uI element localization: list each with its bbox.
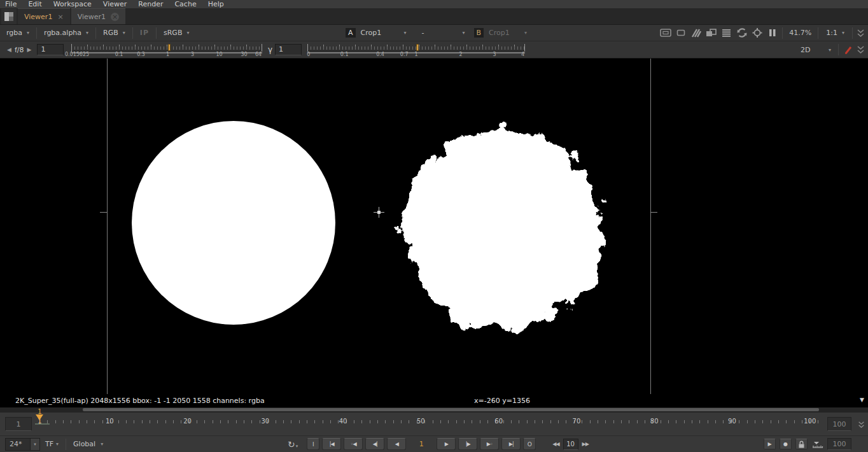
play-forward-button[interactable]: ▶ [437,438,456,450]
pane-menu-button[interactable] [1,9,17,24]
timeline-current-frame-box[interactable]: 1 [5,417,32,431]
prev-keyframe-button[interactable]: ◦◀ [344,438,363,450]
input-process-toggle[interactable]: IP [135,29,154,37]
red-pen-icon [843,45,853,55]
tab-close-icon[interactable]: × [111,13,119,21]
slider-scale-label: 0.1 [115,52,123,57]
clipping-warning-button[interactable] [689,27,703,39]
collapse-toolbar-button[interactable] [855,29,865,38]
playhead-marker-icon[interactable] [36,414,43,420]
roi-icon [706,29,717,37]
view-mode-select[interactable]: 2D ▾ [795,46,836,54]
safe-zones-button[interactable] [658,27,673,39]
wipe-mode-select[interactable]: - ▾ [417,29,470,37]
gain-prev-button[interactable]: ◀ [4,46,15,53]
collapse-toolbar-button[interactable] [855,45,865,54]
next-keyframe-button[interactable]: ▶◦ [480,438,499,450]
b-source-select[interactable]: Crop1 ▾ [484,29,532,37]
flipbook-play-button[interactable]: ▶ [764,439,776,449]
layer-select[interactable]: rgba.alpha ▾ [39,29,94,37]
colorspace-select[interactable]: sRGB ▾ [158,29,194,37]
timeline-ruler[interactable]: 1 10 20 30 40 50 [35,413,821,435]
gain-input[interactable]: 1 [37,44,64,55]
chevron-down-icon: ▾ [101,441,103,447]
frame-tick-label: 60 [494,416,503,425]
viewer-status-bar: 2K_Super_35(full-ap) 2048x1556 bbox: -1 … [0,394,868,407]
double-chevron-down-icon [857,421,865,428]
menubar: File Edit Workspace Viewer Render Cache … [0,0,868,8]
skip-back-button[interactable]: ◀◀ [551,441,560,447]
display-channels-select[interactable]: RGB ▾ [98,29,130,37]
menu-render[interactable]: Render [138,0,163,8]
zoom-level-select[interactable]: 41.7% [785,29,815,37]
timeline-collapse-button[interactable] [857,421,865,430]
set-out-point-button[interactable]: O [523,438,536,450]
chevron-down-icon: ▾ [27,30,29,36]
slider-scale-label: 2 [459,52,463,57]
center-viewer-icon [752,28,762,38]
gain-slider[interactable]: 0.0156250.10.313103064 [71,44,262,57]
timeline-range-end-box[interactable]: 100 [827,417,851,431]
go-to-start-button[interactable]: |◀ [322,438,341,450]
frame-range-lock-button[interactable] [811,439,823,449]
hscrollbar-thumb[interactable] [83,408,819,411]
format-outline-button[interactable] [673,27,688,39]
timeline-mode-select[interactable]: TF ▾ [44,440,60,448]
frame-range-scope-select[interactable]: Global ▾ [72,440,104,448]
gain-next-button[interactable]: ▶ [24,46,35,53]
status-dropdown-icon[interactable]: ▼ [860,397,864,403]
slider-scale-label: 3 [191,52,194,57]
menu-help[interactable]: Help [208,0,224,8]
frame-tick-label: 50 [417,416,425,425]
skip-forward-button[interactable]: ▶▶ [581,441,590,447]
menu-viewer[interactable]: Viewer [103,0,127,8]
menu-cache[interactable]: Cache [174,0,196,8]
transport-bar: 24* ▾ TF ▾ Global ▾ ↻ ▾ I |◀ ◦◀ ◀| ◀ 1 [0,435,868,452]
gain-slider-handle[interactable] [168,44,171,51]
slider-scale-label: 10 [216,52,222,57]
go-to-end-button[interactable]: ▶| [501,438,521,450]
record-button[interactable]: ● [780,439,792,449]
a-source-select[interactable]: Crop1 ▾ [356,29,412,37]
divider [782,27,783,39]
menu-edit[interactable]: Edit [28,0,41,8]
frame-tick-label: 30 [261,416,269,425]
step-back-button[interactable]: ◀| [365,438,384,450]
lock-range-button[interactable] [795,439,808,449]
annotation-pen-button[interactable] [841,43,855,56]
fps-select[interactable]: 24* ▾ [5,438,40,451]
pause-renders-button[interactable] [765,27,780,39]
gamma-input[interactable]: 1 [275,44,302,55]
chevron-down-icon: ▾ [123,30,125,36]
set-in-point-button[interactable]: I [307,438,319,450]
menu-file[interactable]: File [5,0,17,8]
gamma-slider-handle[interactable] [416,44,419,51]
current-frame-display[interactable]: 1 [409,440,434,448]
skip-amount-input[interactable]: 10 [563,439,578,450]
slider-scale-label: 1 [414,52,417,57]
viewer-hscrollbar [0,407,868,413]
slider-scale-label: 1 [166,52,169,57]
roi-button[interactable] [704,27,718,39]
slider-scale-label: 4 [521,52,524,57]
playback-mode-button[interactable]: ↻ ▾ [288,439,298,449]
menu-workspace[interactable]: Workspace [53,0,92,8]
divider [818,27,818,39]
scanlines-button[interactable] [719,27,734,39]
refresh-button[interactable] [734,27,749,39]
playback-end-frame-box[interactable]: 100 [827,438,851,450]
tab-viewer1-inactive[interactable]: Viewer1 × [71,8,125,24]
play-backward-button[interactable]: ◀ [387,438,406,450]
channels-select[interactable]: rgba ▾ [1,29,34,37]
step-forward-button[interactable]: |▶ [458,438,477,450]
safe-zones-icon [660,29,671,37]
frame-tick-label: 100 [804,416,816,425]
timeline: 1 1 10 20 30 [0,413,868,435]
tab-close-icon[interactable]: × [57,13,63,21]
tab-viewer1-active[interactable]: Viewer1 × [18,8,70,24]
gamma-slider[interactable]: 00.10.40.71234 [307,44,525,57]
center-viewer-button[interactable] [750,27,764,39]
frame-tick-label: 20 [183,416,192,425]
proxy-scale-select[interactable]: 1:1 ▾ [821,29,850,37]
viewer-canvas[interactable] [0,59,868,394]
